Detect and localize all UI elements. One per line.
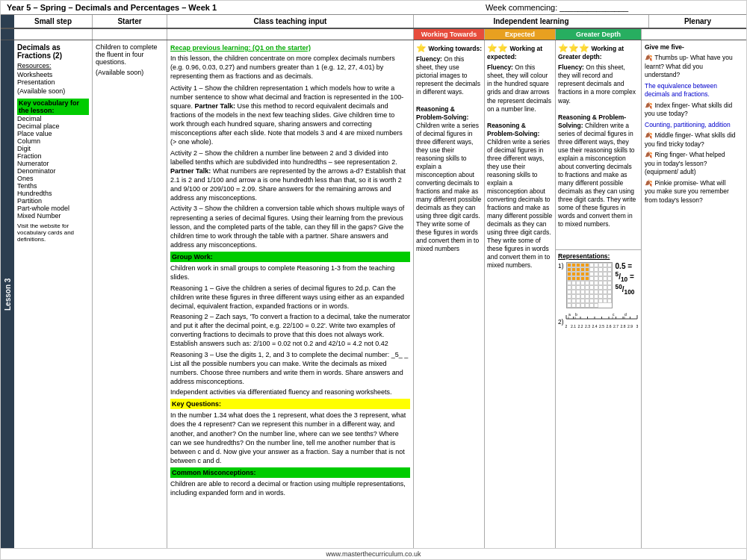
- svg-text:2.8: 2.8: [620, 324, 625, 329]
- representations-title: Representations:: [558, 252, 639, 260]
- plenary-cell: Give me five- 🍂 Thumbs up- What have you…: [642, 40, 739, 548]
- key-q-heading: Key Questions:: [170, 399, 410, 409]
- svg-text:2.7: 2.7: [613, 324, 619, 329]
- greater-cell: ⭐⭐⭐ Working at Greater depth: Fluency: O…: [556, 40, 641, 249]
- resource-worksheets: Worksheets: [17, 71, 89, 78]
- middle-label: Middle finger- What skills did you find …: [645, 131, 736, 147]
- vocab-denominator: Denominator: [17, 167, 89, 175]
- lesson-label: Lesson 3: [1, 40, 14, 548]
- working-cell: ⭐ Working towards: Fluency: On this shee…: [414, 40, 485, 548]
- col-header-greater: Greater Depth: [556, 29, 642, 40]
- vocab-numerator: Numerator: [17, 160, 89, 167]
- vocab-ones: Ones: [17, 175, 89, 182]
- teaching-cell: Recap previous learning: (Q1 on the star…: [167, 40, 414, 548]
- rep-item1-label: 1): [558, 262, 564, 270]
- index-label: Index finger- What skills did you use to…: [645, 102, 732, 117]
- vocab-tenths: Tenths: [17, 182, 89, 190]
- formula-display: 0.5 = 5/10 = 50/100: [616, 262, 639, 296]
- pinkie-label: Pinkie promise- What will you make sure …: [645, 179, 729, 204]
- plenary-blue-text: The equivalence between decimals and fra…: [645, 82, 736, 99]
- col-header-plenary: Plenary: [649, 15, 746, 28]
- col-header-starter: Starter: [93, 15, 167, 28]
- reasoning2: Reasoning 2 – Zach says, 'To convert a f…: [170, 312, 410, 349]
- misconceptions-heading: Common Misconceptions:: [170, 467, 410, 478]
- svg-text:2.9: 2.9: [627, 324, 633, 329]
- week-commencing: Week commencing: _______________: [374, 3, 740, 12]
- svg-text:3: 3: [636, 324, 638, 329]
- ring-icon: 🍂: [645, 151, 653, 158]
- col-header-ind-learning: Independent learning: [414, 15, 649, 28]
- svg-text:2.1: 2.1: [571, 324, 576, 329]
- vocab-decimal-place: Decimal place: [17, 122, 89, 130]
- col-header-expected: Expected: [485, 29, 556, 40]
- vocab-decimal: Decimal: [17, 115, 89, 122]
- vocab-hundredths: Hundredths: [17, 190, 89, 197]
- grid-visual: [566, 262, 613, 308]
- expected-text: Fluency: On this sheet, they will colour…: [487, 63, 553, 270]
- plenary-heading: Give me five-: [645, 43, 736, 52]
- starter-text2: (Available soon): [96, 69, 164, 76]
- ring-label: Ring finger- What helped you in today's …: [645, 151, 725, 175]
- teaching-intro: In this lesson, the children concentrate…: [170, 54, 410, 81]
- small-step-cell: Decimals as Fractions (2) Resources: Wor…: [14, 40, 93, 548]
- col-header-small-step: Small step: [14, 15, 93, 28]
- reasoning3: Reasoning 3 – Use the digits 1, 2, and 3…: [170, 350, 410, 387]
- misconceptions-text: Children are able to record a decimal or…: [170, 479, 410, 497]
- vocab-digit: Digit: [17, 145, 89, 152]
- act2: Activity 2 – Show the children a number …: [170, 149, 410, 203]
- vocab-column: Column: [17, 137, 89, 145]
- working-heading: Working towards:: [428, 45, 482, 52]
- representations-box: Representations: 1): [556, 249, 641, 548]
- starter-text1: Children to complete the fluent in four …: [96, 43, 164, 66]
- greater-depth-area: ⭐⭐⭐ Working at Greater depth: Fluency: O…: [556, 40, 642, 548]
- ind-text: Independent activities via differentiate…: [170, 388, 410, 396]
- vocab-title: Key vocabulary for the lesson:: [17, 99, 89, 115]
- svg-text:2.5: 2.5: [599, 324, 604, 329]
- pinkie-icon: 🍂: [645, 179, 653, 187]
- index-icon: 🍂: [645, 102, 653, 109]
- col-header-teaching: Class teaching input: [167, 15, 414, 28]
- greater-text: Fluency: On this sheet, they will record…: [558, 63, 639, 228]
- resource-presentation: Presentation: [17, 78, 89, 86]
- svg-text:c: c: [613, 312, 615, 317]
- act1: Activity 1 – Show the children represent…: [170, 84, 410, 147]
- reasoning1: Reasoning 1 – Give the children a series…: [170, 284, 410, 311]
- thumb-icon: 🍂: [645, 54, 653, 61]
- resources-label: Resources:: [17, 62, 89, 69]
- act3: Activity 3 – Show the children a convers…: [170, 204, 410, 249]
- vocab-mixed-number: Mixed Number: [17, 212, 89, 220]
- svg-text:2.4: 2.4: [592, 324, 597, 329]
- svg-text:b: b: [575, 312, 577, 317]
- svg-text:2: 2: [565, 324, 567, 329]
- vocab-place-value: Place value: [17, 130, 89, 137]
- svg-text:2.2: 2.2: [577, 324, 583, 329]
- working-star: ⭐: [416, 43, 427, 52]
- working-text: Fluency: On this sheet, they use pictori…: [416, 55, 482, 253]
- starter-cell: Children to complete the fluent in four …: [93, 40, 167, 548]
- vocab-fraction: Fraction: [17, 152, 89, 160]
- greater-stars: ⭐⭐⭐: [558, 43, 589, 52]
- available-soon: (Available soon): [17, 87, 89, 95]
- middle-icon: 🍂: [645, 131, 653, 139]
- visit-text: Visit the website for vocabulary cards a…: [17, 223, 89, 243]
- expected-stars: ⭐⭐: [487, 43, 508, 52]
- key-q-text: In the number 1.34 what does the 1 repre…: [170, 411, 410, 465]
- col-header-working: Working Towards: [414, 29, 485, 40]
- svg-text:2.3: 2.3: [585, 324, 590, 329]
- number-line-visual: 2 2.1 2.2 2.3 2.4 2.5 2.6: [566, 311, 637, 332]
- footer: www.masterthecurriculum.co.uk: [1, 548, 746, 559]
- lesson-title: Decimals as Fractions (2): [17, 43, 89, 60]
- vocab-partition: Partition: [17, 197, 89, 205]
- rep-item2-label: 2): [558, 318, 564, 326]
- group-work-heading: Group Work:: [170, 252, 410, 262]
- svg-text:2.6: 2.6: [606, 324, 611, 329]
- group-work-text: Children work in small groups to complet…: [170, 264, 410, 281]
- recap-heading: Recap previous learning: (Q1 on the star…: [170, 43, 410, 52]
- index-blue: Counting, partitioning, addition: [645, 121, 736, 129]
- svg-text:a: a: [568, 312, 571, 317]
- page-title: Year 5 – Spring – Decimals and Percentag…: [7, 3, 374, 12]
- svg-text:d: d: [624, 312, 627, 317]
- vocab-part-whole: Part-whole model: [17, 205, 89, 212]
- expected-cell: ⭐⭐ Working at expected: Fluency: On this…: [485, 40, 556, 548]
- thumb-label: Thumbs up- What have you learnt? What di…: [645, 54, 733, 78]
